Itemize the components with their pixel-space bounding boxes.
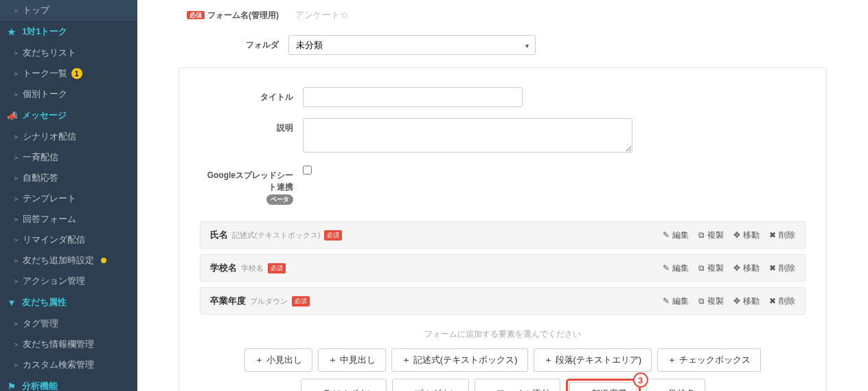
edit-button[interactable]: ✎編集 — [663, 295, 689, 307]
plus-icon: ＋ — [656, 388, 665, 391]
chevron-icon: > — [14, 133, 19, 142]
sidebar-item-friend-info-mgmt[interactable]: >友だち情報欄管理 — [0, 334, 137, 355]
field-type: 学校名 — [241, 263, 264, 273]
chevron-icon: > — [14, 340, 19, 349]
add-small-heading-button[interactable]: ＋小見出し — [244, 348, 312, 372]
sidebar-item-talk-list[interactable]: >トーク一覧1 — [0, 63, 137, 84]
required-badge: 必須 — [324, 230, 342, 241]
plus-icon: ＋ — [328, 354, 337, 366]
sidebar-section-analytics[interactable]: ⚑分析機能 — [0, 375, 137, 391]
delete-button[interactable]: ✖削除 — [769, 295, 795, 307]
sidebar: >トップ ★1対1トーク >友だちリスト >トーク一覧1 >個別トーク 📣メッセ… — [0, 0, 137, 391]
move-button[interactable]: ✥移動 — [733, 295, 760, 307]
add-prefecture-button[interactable]: ＋都道府県 — [569, 382, 637, 391]
title-input[interactable] — [303, 87, 523, 107]
beta-badge: ベータ — [266, 194, 293, 205]
add-textbox-button[interactable]: ＋記述式(テキストボックス) — [391, 348, 528, 372]
add-radio-button[interactable]: ＋ラジオボタン — [301, 379, 387, 391]
sidebar-item-template[interactable]: >テンプレート — [0, 188, 137, 209]
flag-icon: ⚑ — [7, 381, 16, 392]
field-name: 氏名 — [210, 229, 228, 241]
copy-button[interactable]: ⧉複製 — [698, 295, 724, 307]
sidebar-item-friend-add-setting[interactable]: >友だち追加時設定 — [0, 250, 137, 271]
desc-textarea[interactable] — [303, 118, 632, 153]
sidebar-item-individual-talk[interactable]: >個別トーク — [0, 84, 137, 104]
move-button[interactable]: ✥移動 — [733, 230, 760, 241]
add-file-button[interactable]: ＋ファイル添付 — [475, 379, 560, 391]
chevron-icon: > — [14, 361, 19, 370]
chevron-icon: > — [14, 6, 19, 15]
dot-indicator-icon — [101, 258, 106, 263]
sidebar-item-friend-list[interactable]: >友だちリスト — [0, 43, 137, 63]
sidebar-item-top[interactable]: >トップ — [0, 0, 137, 21]
field-name: 卒業年度 — [210, 295, 246, 307]
required-badge: 必須 — [187, 11, 205, 19]
field-name: 学校名 — [210, 262, 237, 274]
sidebar-item-broadcast[interactable]: >一斉配信 — [0, 147, 137, 168]
form-name-input[interactable] — [288, 5, 508, 24]
copy-button[interactable]: ⧉複製 — [698, 230, 724, 241]
add-school-button[interactable]: ＋学校名 — [646, 379, 705, 391]
add-checkbox-button[interactable]: ＋チェックボックス — [657, 348, 761, 372]
sidebar-section-message[interactable]: 📣メッセージ — [0, 104, 137, 126]
add-textarea-button[interactable]: ＋段落(テキストエリア) — [534, 348, 652, 372]
copy-icon: ⧉ — [698, 263, 705, 273]
required-badge: 必須 — [268, 263, 286, 273]
sheet-checkbox[interactable] — [303, 166, 312, 175]
add-pulldown-button[interactable]: ＋プルダウン — [392, 379, 469, 391]
plus-icon: ＋ — [311, 388, 320, 391]
title-label: タイトル — [200, 87, 303, 103]
plus-icon: ＋ — [580, 388, 589, 391]
edit-button[interactable]: ✎編集 — [663, 262, 689, 274]
edit-button[interactable]: ✎編集 — [663, 230, 689, 241]
chevron-icon: > — [14, 236, 19, 245]
chevron-icon: > — [14, 153, 19, 162]
sidebar-item-auto-reply[interactable]: >自動応答 — [0, 168, 137, 188]
copy-icon: ⧉ — [698, 296, 705, 306]
sidebar-item-custom-search-mgmt[interactable]: >カスタム検索管理 — [0, 355, 137, 375]
sidebar-section-friend-attr[interactable]: ▼友だち属性 — [0, 291, 137, 313]
plus-icon: ＋ — [402, 388, 411, 391]
move-icon: ✥ — [733, 296, 740, 306]
copy-button[interactable]: ⧉複製 — [698, 262, 724, 274]
plus-icon: ＋ — [667, 354, 676, 366]
field-type: 記述式(テキストボックス) — [232, 230, 320, 241]
add-mid-heading-button[interactable]: ＋中見出し — [318, 348, 386, 372]
plus-icon: ＋ — [544, 354, 553, 366]
chevron-icon: > — [14, 215, 19, 224]
move-icon: ✥ — [733, 263, 740, 273]
pencil-icon: ✎ — [663, 230, 670, 240]
sidebar-item-answer-form[interactable]: >回答フォーム — [0, 209, 137, 230]
badge-count: 1 — [71, 68, 82, 79]
required-badge: 必須 — [292, 296, 310, 306]
move-icon: ✥ — [733, 230, 740, 240]
move-button[interactable]: ✥移動 — [733, 262, 760, 274]
highlight-callout: 3 ＋都道府県 — [566, 379, 641, 391]
copy-icon: ⧉ — [698, 230, 705, 240]
megaphone-icon: 📣 — [7, 111, 16, 121]
delete-button[interactable]: ✖削除 — [769, 262, 795, 274]
delete-button[interactable]: ✖削除 — [769, 230, 795, 241]
pencil-icon: ✎ — [663, 296, 670, 306]
highlight-number: 3 — [633, 372, 648, 388]
sidebar-item-tag-mgmt[interactable]: >タグ管理 — [0, 313, 137, 334]
folder-select[interactable]: 未分類 — [288, 35, 536, 55]
plus-icon: ＋ — [485, 388, 494, 391]
pencil-icon: ✎ — [663, 263, 670, 273]
sidebar-section-one-on-one[interactable]: ★1対1トーク — [0, 21, 137, 43]
sidebar-item-action-mgmt[interactable]: >アクション管理 — [0, 271, 137, 291]
folder-label: フォルダ — [151, 35, 288, 51]
star-icon: ★ — [7, 27, 16, 37]
chevron-icon: > — [14, 90, 19, 99]
sidebar-item-scenario[interactable]: >シナリオ配信 — [0, 126, 137, 147]
close-icon: ✖ — [769, 230, 776, 240]
form-builder-panel: タイトル 説明 Googleスプレッドシート連携 ベータ 氏名 記述式(テキスト… — [179, 67, 827, 391]
field-row: 卒業年度 プルダウン 必須✎編集⧉複製✥移動✖削除 — [200, 287, 806, 315]
sidebar-item-reminder[interactable]: >リマインダ配信 — [0, 230, 137, 250]
chevron-icon: > — [14, 256, 19, 265]
chevron-icon: > — [14, 69, 19, 78]
funnel-icon: ▼ — [7, 298, 16, 308]
chevron-icon: > — [14, 277, 19, 286]
plus-icon: ＋ — [255, 354, 264, 366]
chevron-icon: > — [14, 194, 19, 203]
